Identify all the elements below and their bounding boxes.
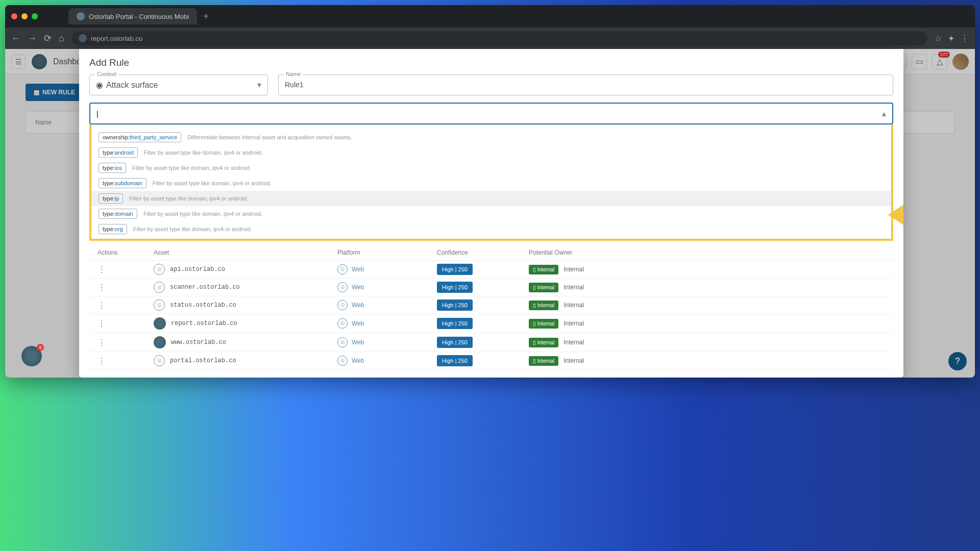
filter-dropdown: ownership:third_party_serviceDifferentia…: [89, 124, 893, 241]
context-select[interactable]: Context ◉ Attack surface ▾: [89, 74, 268, 95]
asset-logo-icon: [154, 317, 166, 330]
row-actions-button[interactable]: ⋮: [97, 265, 106, 274]
fingerprint-icon: ◉: [96, 80, 103, 90]
asset-logo-icon: [154, 336, 166, 348]
table-header: Actions Asset Platform Confidence Potent…: [89, 245, 893, 261]
option-desc: Filter by asset type like domain, ipv4 o…: [144, 149, 263, 156]
owner-badge: ▯ Internal: [529, 265, 558, 274]
menu-icon[interactable]: ⋮: [961, 34, 969, 43]
option-desc: Differentiate between internal asset and…: [187, 134, 352, 140]
name-field[interactable]: Name: [278, 74, 893, 95]
globe-icon: ⦾: [337, 337, 348, 347]
back-icon[interactable]: ←: [11, 33, 20, 44]
table-row: ⋮ ⦾status.ostorlab.co ⦾Web High | 250 ▯ …: [89, 296, 893, 314]
col-actions: Actions: [97, 249, 154, 256]
option-tag: type:org: [99, 224, 127, 234]
globe-icon: ⦾: [154, 264, 165, 275]
filter-input[interactable]: [96, 110, 882, 118]
floating-logo[interactable]: 9: [21, 346, 42, 366]
asset-name: scanner.ostorlab.co: [170, 284, 240, 291]
owner-text: Internal: [564, 339, 584, 346]
confidence-badge: High | 250: [437, 282, 473, 293]
option-desc: Filter by asset type like domain, ipv4 o…: [132, 165, 251, 171]
table-row: ⋮ ⦾scanner.ostorlab.co ⦾Web High | 250 ▯…: [89, 279, 893, 296]
reload-icon[interactable]: ⟳: [44, 33, 52, 44]
option-tag: type:domain: [99, 209, 137, 219]
table-row: ⋮ report.ostorlab.co ⦾Web High | 250 ▯ I…: [89, 314, 893, 333]
option-desc: Filter by asset type like domain, ipv4 o…: [129, 195, 248, 202]
col-owner: Potential Owner: [529, 249, 885, 256]
dropdown-option[interactable]: type:subdomainFilter by asset type like …: [91, 176, 891, 191]
owner-text: Internal: [564, 320, 584, 327]
dropdown-option[interactable]: ownership:third_party_serviceDifferentia…: [91, 130, 891, 145]
globe-icon: ⦾: [337, 356, 348, 366]
name-input[interactable]: [285, 81, 887, 89]
table-row: ⋮ www.ostorlab.co ⦾Web High | 250 ▯ Inte…: [89, 333, 893, 352]
extensions-icon[interactable]: ✦: [948, 34, 954, 43]
platform-label: Web: [352, 302, 364, 309]
confidence-badge: High | 250: [437, 318, 473, 329]
platform-label: Web: [352, 320, 364, 327]
tab-title: Ostorlab Portal - Continuous Mobi: [89, 13, 189, 20]
row-actions-button[interactable]: ⋮: [97, 283, 106, 292]
owner-text: Internal: [564, 357, 584, 364]
option-tag: type:android: [99, 147, 138, 158]
confidence-badge: High | 250: [437, 355, 473, 366]
dropdown-option[interactable]: type:ipFilter by asset type like domain,…: [91, 191, 891, 206]
col-asset: Asset: [154, 249, 337, 256]
col-confidence: Confidence: [437, 249, 529, 256]
dropdown-option[interactable]: type:androidFilter by asset type like do…: [91, 145, 891, 160]
option-tag: ownership:third_party_service: [99, 132, 181, 142]
dropdown-option[interactable]: type:iosFilter by asset type like domain…: [91, 160, 891, 176]
platform-label: Web: [352, 266, 364, 273]
help-button[interactable]: ?: [948, 352, 967, 370]
row-actions-button[interactable]: ⋮: [97, 301, 106, 310]
option-tag: type:ios: [99, 163, 126, 173]
favicon-icon: [77, 12, 85, 20]
globe-icon: ⦾: [154, 282, 165, 293]
owner-badge: ▯ Internal: [529, 283, 558, 292]
globe-icon: ⦾: [337, 318, 348, 329]
dropdown-option[interactable]: type:orgFilter by asset type like domain…: [91, 221, 891, 237]
owner-badge: ▯ Internal: [529, 300, 558, 310]
platform-label: Web: [352, 357, 364, 364]
assets-table: Actions Asset Platform Confidence Potent…: [89, 245, 893, 370]
col-platform: Platform: [337, 249, 437, 256]
name-label: Name: [284, 71, 303, 77]
owner-badge: ▯ Internal: [529, 319, 558, 329]
table-row: ⋮ ⦾api.ostorlab.co ⦾Web High | 250 ▯ Int…: [89, 261, 893, 279]
browser-window: Ostorlab Portal - Continuous Mobi + ← → …: [5, 5, 975, 378]
option-desc: Filter by asset type like domain, ipv4 o…: [133, 226, 252, 232]
option-desc: Filter by asset type like domain, ipv4 o…: [143, 211, 262, 217]
close-icon[interactable]: [11, 13, 17, 19]
table-row: ⋮ ⦾portal.ostorlab.co ⦾Web High | 250 ▯ …: [89, 352, 893, 370]
confidence-badge: High | 250: [437, 299, 473, 311]
home-icon[interactable]: ⌂: [59, 33, 64, 44]
owner-badge: ▯ Internal: [529, 338, 558, 347]
browser-tab[interactable]: Ostorlab Portal - Continuous Mobi: [68, 8, 197, 24]
titlebar: Ostorlab Portal - Continuous Mobi +: [5, 5, 975, 28]
asset-name: report.ostorlab.co: [171, 320, 237, 327]
globe-icon: ⦾: [337, 282, 348, 292]
url-input[interactable]: report.ostorlab.co: [71, 31, 927, 45]
confidence-badge: High | 250: [437, 264, 473, 275]
bookmark-icon[interactable]: ☆: [935, 34, 942, 43]
forward-icon[interactable]: →: [28, 33, 37, 44]
minimize-icon[interactable]: [21, 13, 28, 19]
filter-combobox[interactable]: ▴: [89, 103, 893, 124]
dropdown-option[interactable]: type:domainFilter by asset type like dom…: [91, 206, 891, 221]
owner-badge: ▯ Internal: [529, 356, 558, 366]
new-tab-button[interactable]: +: [203, 11, 209, 22]
globe-icon: ⦾: [154, 355, 165, 366]
add-rule-modal: Add Rule Context ◉ Attack surface ▾ Name…: [79, 49, 903, 378]
row-actions-button[interactable]: ⋮: [97, 319, 106, 328]
platform-label: Web: [352, 339, 364, 346]
globe-icon: ⦾: [337, 264, 348, 274]
owner-text: Internal: [564, 302, 584, 309]
context-label: Context: [95, 71, 118, 77]
row-actions-button[interactable]: ⋮: [97, 338, 106, 347]
row-actions-button[interactable]: ⋮: [97, 357, 106, 365]
lock-icon: [79, 34, 87, 42]
globe-icon: ⦾: [154, 299, 165, 311]
maximize-icon[interactable]: [32, 13, 38, 19]
